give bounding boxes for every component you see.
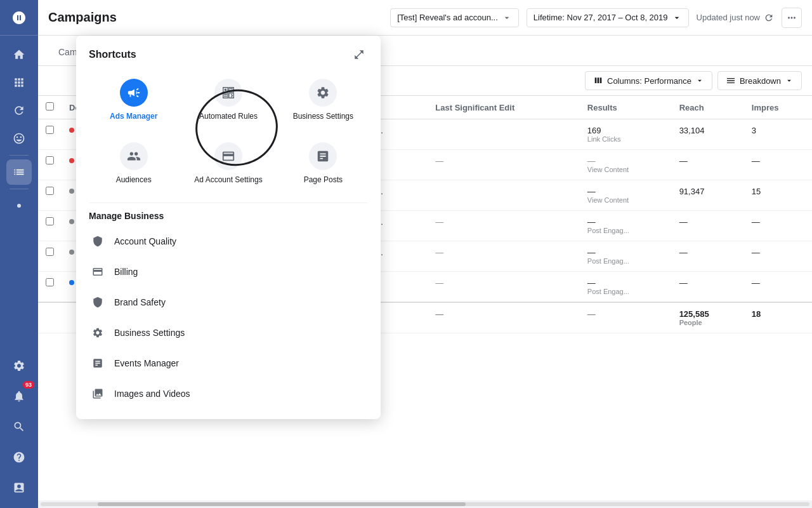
cell-reach-0: 33,104 xyxy=(672,119,744,150)
more-options-button[interactable] xyxy=(782,8,802,28)
manage-item-images-and-videos[interactable]: Images and Videos xyxy=(81,378,376,409)
shortcut-icon-5 xyxy=(309,142,337,170)
cell-reach-4: — xyxy=(672,241,744,272)
columns-icon xyxy=(593,76,603,86)
sidebar-item-face[interactable] xyxy=(6,126,32,151)
col-impressions: Impres xyxy=(744,96,812,119)
status-dot-5 xyxy=(69,280,74,285)
shortcut-icon-3 xyxy=(120,142,148,170)
results-sub-4: Post Engag... xyxy=(587,257,664,265)
row-checkbox-2[interactable] xyxy=(46,187,54,195)
row-checkbox-5[interactable] xyxy=(46,278,54,286)
cell-edit-1: — xyxy=(428,150,580,180)
sidebar-item-help[interactable] xyxy=(6,444,32,470)
sidebar-item-list[interactable] xyxy=(6,159,32,185)
totals-reach-val: 125,585 xyxy=(679,309,737,319)
cell-edit-3: — xyxy=(428,211,580,241)
shortcut-label-3: Audiences xyxy=(116,175,152,185)
row-checkbox-4[interactable] xyxy=(46,248,54,256)
shortcut-item-1[interactable]: Automated Rules xyxy=(183,71,273,130)
sidebar-item-notifications[interactable]: 93 xyxy=(6,384,32,409)
date-range-selector[interactable]: Lifetime: Nov 27, 2017 – Oct 8, 2019 xyxy=(527,8,689,27)
shortcut-item-0[interactable]: Ads Manager xyxy=(89,71,178,130)
expand-button[interactable] xyxy=(350,46,368,64)
status-dot-3 xyxy=(69,219,74,224)
cell-impressions-3: — xyxy=(744,211,812,241)
select-all-checkbox[interactable] xyxy=(46,102,54,110)
manage-item-billing[interactable]: Billing xyxy=(81,257,376,287)
popup-header: Shortcuts xyxy=(76,36,381,71)
totals-results: — xyxy=(587,309,596,319)
row-checkbox-3[interactable] xyxy=(46,217,54,225)
account-name: [Test] Reveal's ad accoun... xyxy=(397,13,498,22)
breakdown-label: Breakdown xyxy=(740,76,781,86)
shortcut-item-4[interactable]: Ad Account Settings xyxy=(183,135,273,193)
row-checkbox-1[interactable] xyxy=(46,156,54,164)
manage-item-label-1: Billing xyxy=(114,267,138,277)
shortcuts-grid: Ads Manager Automated Rules Business Set… xyxy=(76,71,381,203)
results-sub-0: Link Clicks xyxy=(587,135,664,143)
topbar: Campaigns [Test] Reveal's ad accoun... L… xyxy=(38,0,812,36)
shortcut-icon-1 xyxy=(214,79,242,107)
manage-item-business-settings[interactable]: Business Settings xyxy=(81,318,376,348)
results-sub-1: View Content xyxy=(587,166,664,173)
manage-item-events-manager[interactable]: Events Manager xyxy=(81,348,376,378)
manage-icon-1 xyxy=(89,263,107,281)
col-results: Results xyxy=(580,96,672,119)
status-dot-2 xyxy=(69,189,74,194)
manage-item-label-4: Events Manager xyxy=(114,358,179,368)
scrollbar-thumb[interactable] xyxy=(98,502,466,506)
sidebar-item-search[interactable] xyxy=(6,414,32,439)
account-selector[interactable]: [Test] Reveal's ad accoun... xyxy=(390,8,519,27)
row-checkbox-0[interactable] xyxy=(46,126,54,134)
notification-count: 93 xyxy=(23,381,34,389)
manage-item-label-2: Brand Safety xyxy=(114,297,166,307)
totals-reach-sub: People xyxy=(679,319,737,326)
cell-results-2: — View Content xyxy=(580,180,672,211)
shortcut-label-2: Business Settings xyxy=(293,112,353,122)
sidebar-item-refresh[interactable] xyxy=(6,98,32,123)
results-val-3: — xyxy=(587,217,664,227)
cell-impressions-0: 3 xyxy=(744,119,812,150)
shortcut-item-3[interactable]: Audiences xyxy=(89,135,178,193)
refresh-icon[interactable] xyxy=(764,13,774,23)
col-last-edit: Last Significant Edit xyxy=(428,96,580,119)
chevron-down-icon-4 xyxy=(785,76,794,85)
manage-item-account-quality[interactable]: Account Quality xyxy=(81,226,376,257)
cell-impressions-5: — xyxy=(744,272,812,303)
results-sub-5: Post Engag... xyxy=(587,288,664,295)
cell-results-1: — View Content xyxy=(580,150,672,180)
sidebar-item-dashboard[interactable] xyxy=(6,475,32,500)
manage-section-title: Manage Business xyxy=(76,203,381,226)
manage-icon-0 xyxy=(89,232,107,250)
scrollbar-track xyxy=(41,502,809,506)
sidebar-item-apps[interactable] xyxy=(6,70,32,95)
breakdown-icon xyxy=(726,76,736,86)
manage-item-label-5: Images and Videos xyxy=(114,389,190,399)
sidebar-item-dot[interactable] xyxy=(6,193,32,218)
breakdown-button[interactable]: Breakdown xyxy=(717,71,802,90)
shortcut-item-2[interactable]: Business Settings xyxy=(278,71,368,130)
manage-item-brand-safety[interactable]: Brand Safety xyxy=(81,287,376,318)
manage-icon-5 xyxy=(89,385,107,403)
cell-results-5: — Post Engag... xyxy=(580,272,672,303)
manage-icon-3 xyxy=(89,324,107,342)
horizontal-scrollbar[interactable] xyxy=(38,500,812,508)
columns-button[interactable]: Columns: Performance xyxy=(585,71,712,90)
popup-title: Shortcuts xyxy=(89,49,136,60)
cell-edit-4: — xyxy=(428,241,580,272)
sidebar-item-settings[interactable] xyxy=(6,353,32,378)
sidebar-item-home[interactable] xyxy=(6,42,32,67)
ellipsis-icon xyxy=(786,12,797,23)
shortcut-item-5[interactable]: Page Posts xyxy=(278,135,368,193)
sidebar-logo[interactable] xyxy=(0,0,38,36)
cell-reach-3: — xyxy=(672,211,744,241)
cell-edit-2 xyxy=(428,180,580,211)
sidebar-bottom: 93 xyxy=(6,352,32,508)
updated-status: Updated just now xyxy=(697,13,774,23)
cell-edit-5: — xyxy=(428,272,580,303)
cell-impressions-2: 15 xyxy=(744,180,812,211)
cell-impressions-4: — xyxy=(744,241,812,272)
shortcut-icon-0 xyxy=(120,79,148,107)
updated-text: Updated just now xyxy=(697,13,760,22)
